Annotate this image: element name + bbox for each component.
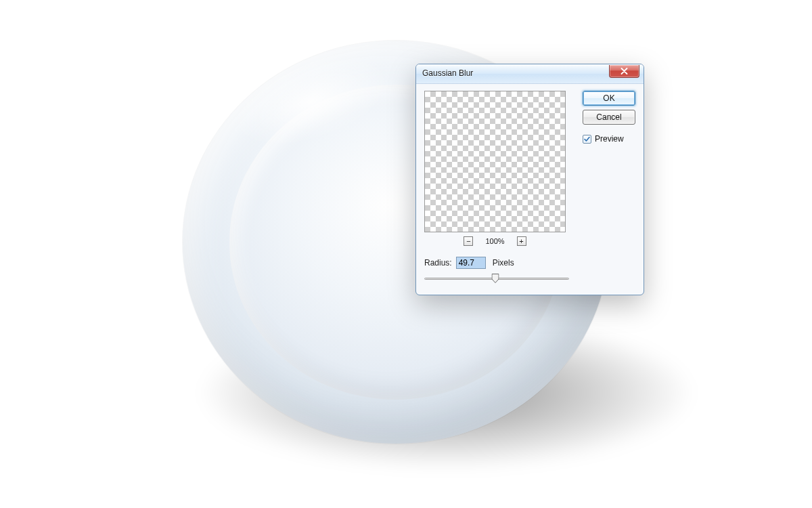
plus-icon: + <box>519 238 523 245</box>
zoom-out-button[interactable]: − <box>464 236 473 246</box>
preview-zoom-controls: − 100% + <box>424 236 566 246</box>
preview-checkbox[interactable] <box>583 135 591 144</box>
effect-preview-thumbnail[interactable] <box>424 91 566 232</box>
transparency-checkerboard <box>425 91 565 232</box>
dialog-body: − 100% + Radius: Pixels OK <box>416 84 644 295</box>
radius-row: Radius: Pixels <box>424 257 637 269</box>
radius-label: Radius: <box>424 258 452 268</box>
zoom-in-button[interactable]: + <box>517 236 526 246</box>
dialog-titlebar[interactable]: Gaussian Blur <box>416 64 644 84</box>
zoom-percent-label: 100% <box>485 237 504 245</box>
minus-icon: − <box>466 238 470 245</box>
radius-units-label: Pixels <box>493 258 514 268</box>
document-canvas <box>0 0 812 508</box>
preview-checkbox-row[interactable]: Preview <box>583 134 635 144</box>
preview-checkbox-label: Preview <box>595 134 624 144</box>
radius-slider[interactable] <box>424 273 569 284</box>
cancel-button-label: Cancel <box>596 112 621 122</box>
close-icon <box>621 68 628 75</box>
ok-button[interactable]: OK <box>583 91 635 106</box>
ok-button-label: OK <box>603 93 614 103</box>
gaussian-blur-dialog: Gaussian Blur − 100% + Radius: Pixel <box>415 64 644 295</box>
checkmark-icon <box>584 136 590 142</box>
close-button[interactable] <box>609 65 639 78</box>
slider-thumb[interactable] <box>491 274 499 283</box>
dialog-button-column: OK Cancel Preview <box>583 91 635 144</box>
dialog-title: Gaussian Blur <box>422 68 473 78</box>
cancel-button[interactable]: Cancel <box>583 110 635 125</box>
radius-input[interactable] <box>456 257 486 269</box>
